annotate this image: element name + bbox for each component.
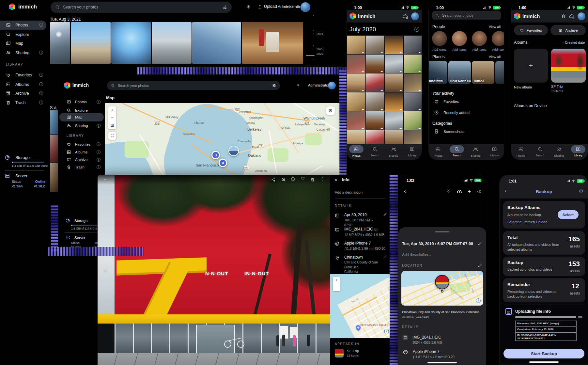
map-attribution-icon[interactable]: i [384, 329, 389, 333]
photo-tile[interactable] [404, 111, 422, 130]
sidebar-item-explore[interactable]: Explore [67, 108, 88, 113]
avatar[interactable] [301, 2, 310, 12]
info-icon[interactable]: i [97, 158, 101, 162]
location-mini-map[interactable]: Pier 45 FISHERMAN'S WHARF +− i [330, 274, 390, 338]
photo-location-marker[interactable] [435, 275, 449, 289]
edit-pencil-icon[interactable] [383, 255, 387, 259]
photo-sliver[interactable] [50, 163, 58, 192]
nav-search[interactable]: Search [531, 145, 550, 157]
sidebar-item-explore[interactable]: Explore [6, 32, 29, 37]
sidebar-item-albums[interactable]: Albums [67, 150, 87, 154]
info-icon[interactable]: i [39, 82, 43, 86]
photo-tile[interactable] [366, 55, 384, 73]
filter-sliders-icon[interactable] [223, 5, 227, 9]
theme-toggle-sun-icon[interactable]: ☀ [246, 4, 251, 9]
immich-logo[interactable]: immich [64, 82, 89, 88]
nav-search[interactable]: Search [448, 145, 467, 157]
place-tile[interactable]: Chinatown [428, 61, 447, 84]
photo-tile[interactable] [385, 73, 403, 92]
photo-tile[interactable] [347, 36, 365, 54]
nav-library[interactable]: Library [403, 145, 422, 157]
photo-tile[interactable] [385, 92, 403, 111]
screenshots-row[interactable]: Screenshots [434, 129, 464, 134]
share-icon[interactable] [271, 177, 276, 182]
scrubber-handle[interactable] [306, 55, 315, 56]
administration-link[interactable]: Administration [278, 5, 303, 9]
places-view-all-link[interactable]: View all [489, 55, 501, 59]
photo-tile[interactable] [366, 73, 384, 92]
sidebar-item-trash[interactable]: Trash [67, 165, 85, 169]
photo-tile[interactable] [385, 36, 403, 54]
edit-date-pencil-icon[interactable] [478, 241, 482, 246]
photo-tile[interactable] [404, 73, 422, 92]
settings-gear-icon[interactable]: ⚙ [579, 188, 583, 194]
sidebar-item-favorites[interactable]: Favorites [6, 72, 32, 77]
favorite-heart-icon[interactable]: ♡ [446, 189, 451, 194]
add-name-link[interactable]: Add name [432, 48, 447, 51]
back-chevron-icon[interactable]: ‹ [404, 188, 406, 195]
photo-thumbnail[interactable] [71, 22, 111, 64]
photo-tile[interactable] [404, 92, 422, 111]
search-input[interactable]: Search your photos [51, 2, 232, 13]
description-input[interactable]: Add description... [402, 253, 431, 257]
info-icon[interactable]: i [97, 124, 101, 128]
avatar[interactable] [411, 12, 419, 20]
face-avatar[interactable] [492, 31, 504, 46]
mini-map-zoom-controls[interactable]: +− [333, 277, 340, 291]
cloud-sync-icon[interactable] [402, 13, 409, 20]
nav-sharing[interactable]: Sharing [466, 145, 485, 157]
add-name-link[interactable]: Add name [452, 48, 467, 51]
photo-tile[interactable] [347, 55, 365, 73]
nav-library[interactable]: Library [569, 145, 588, 157]
info-icon[interactable]: ⓘ [291, 177, 295, 182]
info-icon[interactable]: i [97, 150, 101, 154]
photo-tile[interactable] [347, 92, 365, 111]
sidebar-item-photos[interactable]: Photos [6, 23, 28, 27]
photo-thumbnail[interactable] [50, 22, 70, 64]
info-icon[interactable]: ⓘ [477, 189, 481, 195]
photo-thumbnail[interactable] [111, 22, 151, 64]
nav-sharing[interactable]: Sharing [384, 145, 403, 157]
filter-sliders-icon[interactable] [272, 84, 276, 87]
sidebar-item-sharing[interactable]: Sharing [6, 50, 29, 55]
info-icon[interactable]: i [39, 73, 43, 77]
map-attribution-icon[interactable]: i [476, 298, 481, 303]
face-avatar[interactable] [452, 31, 467, 46]
photo-tile[interactable] [347, 111, 365, 130]
face-avatar[interactable] [432, 31, 447, 46]
photo-thumbnail[interactable] [242, 22, 303, 64]
map-settings-gear-icon[interactable]: ⚙ [326, 106, 335, 115]
more-options-kebab-icon[interactable]: ⋮ [321, 176, 325, 181]
photo-tile[interactable] [404, 55, 422, 73]
map-zoom-controls[interactable]: +−⊞ [108, 106, 116, 129]
location-mini-map[interactable]: San Francisco Ferry The Embarcadero i [401, 271, 483, 306]
nav-photos[interactable]: Photos [347, 145, 365, 157]
add-plus-icon[interactable]: + [468, 188, 471, 194]
info-icon[interactable]: i [39, 101, 43, 104]
select-all-check-icon[interactable]: ✓ [414, 27, 419, 32]
photo-tile[interactable] [347, 73, 365, 92]
photo-tile[interactable] [385, 111, 403, 130]
sidebar-item-albums[interactable]: Albums [6, 82, 29, 87]
album-cover-sf-trip[interactable] [551, 49, 586, 83]
info-icon[interactable]: i [97, 165, 101, 169]
info-icon[interactable]: i [97, 142, 101, 146]
add-name-link[interactable]: Add name [491, 48, 504, 51]
map-cluster-marker[interactable]: 3 [211, 151, 220, 159]
trash-icon[interactable] [561, 14, 566, 19]
back-arrow-icon[interactable]: ← [103, 176, 108, 182]
start-backup-button[interactable]: Start Backup [503, 349, 584, 358]
photo-tile[interactable] [385, 55, 403, 73]
sidebar-item-map[interactable]: Map [6, 41, 23, 46]
sidebar-item-trash[interactable]: Trash [6, 100, 26, 105]
sort-created-date[interactable]: ↑ Created date [562, 40, 585, 44]
theme-toggle-sun-icon[interactable]: ☀ [296, 83, 300, 87]
photo-tile[interactable] [366, 92, 384, 111]
sidebar-item-map-active[interactable]: Map [67, 115, 82, 119]
favorites-row[interactable]: Favorites [434, 99, 459, 104]
info-icon[interactable]: i [39, 23, 43, 27]
nav-sharing[interactable]: Sharing [549, 145, 569, 157]
photo-tile[interactable] [404, 36, 422, 54]
avatar[interactable] [328, 82, 336, 89]
administration-link[interactable]: Administration [308, 83, 331, 87]
